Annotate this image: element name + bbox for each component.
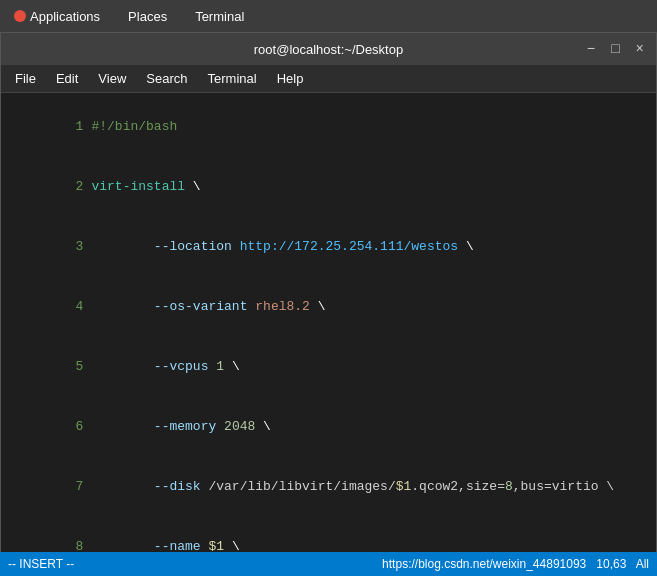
menu-terminal[interactable]: Terminal [198,67,267,90]
places-menu[interactable]: Places [122,5,173,28]
url-info: https://blog.csdn.net/weixin_44891093 10… [382,557,649,571]
applications-menu[interactable]: Applications [8,5,106,28]
app-icon [14,10,26,22]
titlebar: root@localhost:~/Desktop − □ × [1,33,656,65]
code-line-2: 2virt-install \ [1,157,656,217]
editor-area: 1#!/bin/bash 2virt-install \ 3 --locatio… [1,93,656,553]
code-line-5: 5 --vcpus 1 \ [1,337,656,397]
code-line-8: 8 --name $1 \ [1,517,656,553]
window-controls: − □ × [583,39,648,59]
code-line-6: 6 --memory 2048 \ [1,397,656,457]
status-bar: -- INSERT -- https://blog.csdn.net/weixi… [0,552,657,576]
code-line-3: 3 --location http://172.25.254.111/westo… [1,217,656,277]
menu-edit[interactable]: Edit [46,67,88,90]
menu-view[interactable]: View [88,67,136,90]
maximize-button[interactable]: □ [607,39,623,59]
menu-file[interactable]: File [5,67,46,90]
terminal-window: root@localhost:~/Desktop − □ × File Edit… [0,32,657,554]
code-line-4: 4 --os-variant rhel8.2 \ [1,277,656,337]
code-line-7: 7 --disk /var/lib/libvirt/images/$1.qcow… [1,457,656,517]
system-bar: Applications Places Terminal [0,0,657,32]
terminal-menu[interactable]: Terminal [189,5,250,28]
menu-help[interactable]: Help [267,67,314,90]
code-container: 1#!/bin/bash 2virt-install \ 3 --locatio… [1,93,656,553]
window-title: root@localhost:~/Desktop [254,42,403,57]
minimize-button[interactable]: − [583,39,599,59]
close-button[interactable]: × [632,39,648,59]
menu-bar: File Edit View Search Terminal Help [1,65,656,93]
code-line-1: 1#!/bin/bash [1,97,656,157]
insert-mode: -- INSERT -- [8,557,74,571]
menu-search[interactable]: Search [136,67,197,90]
